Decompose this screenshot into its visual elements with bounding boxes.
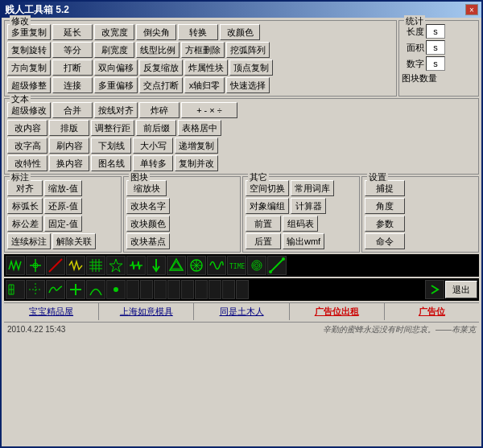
- footer-link-1[interactable]: 宝宝精品屋: [4, 303, 99, 320]
- btn-改块名字[interactable]: 改块名字: [126, 198, 170, 214]
- svg-line-3: [49, 259, 62, 272]
- wave-icon[interactable]: [6, 256, 25, 275]
- btn-后置[interactable]: 后置: [246, 233, 281, 249]
- pulse-icon[interactable]: [126, 256, 146, 275]
- btn-改内容[interactable]: 改内容: [7, 120, 47, 136]
- time-text-icon[interactable]: TIME: [227, 256, 246, 275]
- btn-转换[interactable]: 转换: [178, 24, 218, 40]
- line-diag-icon[interactable]: [267, 256, 287, 275]
- btn-图名线[interactable]: 图名线: [91, 155, 131, 171]
- footer-link-3[interactable]: 同是土木人: [194, 303, 289, 320]
- btn-改块颜色[interactable]: 改块颜色: [126, 216, 170, 232]
- btn-解除关联[interactable]: 解除关联: [52, 233, 96, 249]
- btn-参数[interactable]: 参数: [365, 216, 405, 232]
- footer-link-ad1[interactable]: 广告位出租: [290, 303, 385, 320]
- btn-改颜色[interactable]: 改颜色: [220, 24, 260, 40]
- btn-前置[interactable]: 前置: [246, 216, 281, 232]
- btn-多重偏移[interactable]: 多重偏移: [94, 77, 138, 93]
- btn-挖弧阵列[interactable]: 挖弧阵列: [226, 42, 270, 58]
- plus-icon[interactable]: [66, 280, 85, 299]
- btn-calc[interactable]: + - × ÷: [181, 102, 237, 118]
- dots-icon[interactable]: [26, 280, 45, 299]
- btn-线型比例[interactable]: 线型比例: [136, 42, 180, 58]
- exit-button[interactable]: 退出: [445, 281, 477, 298]
- btn-常用词库[interactable]: 常用词库: [291, 180, 334, 196]
- tj-input-area[interactable]: [426, 40, 445, 55]
- circle-star-icon[interactable]: [187, 256, 206, 275]
- branch-icon[interactable]: [26, 256, 45, 275]
- tj-row-3: 数字: [402, 56, 476, 71]
- footer-link-ad2[interactable]: 广告位: [385, 303, 479, 320]
- dot-icon[interactable]: [106, 280, 126, 299]
- btn-炸属性块[interactable]: 炸属性块: [184, 60, 228, 76]
- grid-icon[interactable]: [86, 256, 105, 275]
- btn-快速选择[interactable]: 快速选择: [226, 77, 270, 93]
- btn-改字高[interactable]: 改字高: [7, 138, 47, 154]
- btn-下划线[interactable]: 下划线: [91, 138, 131, 154]
- btn-合并[interactable]: 合并: [52, 102, 93, 118]
- btn-双向偏移[interactable]: 双向偏移: [94, 60, 138, 76]
- line-red-icon[interactable]: [46, 256, 65, 275]
- tj-input-number[interactable]: [426, 56, 445, 71]
- btn-方向复制[interactable]: 方向复制: [7, 60, 51, 76]
- btn-炸碎[interactable]: 炸碎: [139, 102, 180, 118]
- btn-x轴归零[interactable]: x轴归零: [184, 77, 225, 93]
- btn-计算器[interactable]: 计算器: [291, 198, 326, 214]
- main-window: 贱人工具箱 5.2 × 修改 多重复制 延长 改宽度 倒尖角 转换 改颜色 复制…: [0, 0, 483, 448]
- btn-缩放值[interactable]: 缩放-值: [44, 180, 82, 196]
- btn-排版[interactable]: 排版: [49, 120, 89, 136]
- btn-命令[interactable]: 命令: [365, 233, 405, 249]
- btn-组码表[interactable]: 组码表: [283, 216, 318, 232]
- btn-调整行距[interactable]: 调整行距: [91, 120, 134, 136]
- btn-固定值[interactable]: 固定-值: [44, 216, 82, 232]
- section-xg: 修改 多重复制 延长 改宽度 倒尖角 转换 改颜色 复制旋转 等分 刷宽度 线型…: [4, 20, 397, 97]
- arrow-down-icon[interactable]: [147, 256, 166, 275]
- curve-icon[interactable]: [86, 280, 105, 299]
- btn-刷宽度[interactable]: 刷宽度: [94, 42, 134, 58]
- tc-row-4: 改块基点: [126, 233, 237, 249]
- btn-复制旋转[interactable]: 复制旋转: [7, 42, 51, 58]
- btn-交点打断[interactable]: 交点打断: [139, 77, 183, 93]
- zigzag-icon[interactable]: [66, 256, 85, 275]
- btn-标公差[interactable]: 标公差: [7, 216, 43, 232]
- btn-前后缀[interactable]: 前后缀: [136, 120, 176, 136]
- btn-换内容[interactable]: 换内容: [49, 155, 89, 171]
- btn-方框删除[interactable]: 方框删除: [181, 42, 225, 58]
- tree-icon[interactable]: [167, 256, 186, 275]
- star-icon[interactable]: [106, 256, 126, 275]
- btn-连续标注[interactable]: 连续标注: [7, 233, 51, 249]
- spiral-icon[interactable]: [247, 256, 266, 275]
- btn-对象编组[interactable]: 对象编组: [246, 198, 289, 214]
- btn-角度[interactable]: 角度: [365, 198, 405, 214]
- btn-刷内容[interactable]: 刷内容: [49, 138, 89, 154]
- btn-改特性[interactable]: 改特性: [7, 155, 47, 171]
- btn-连接[interactable]: 连接: [52, 77, 93, 93]
- btn-等分[interactable]: 等分: [52, 42, 93, 58]
- btn-延长[interactable]: 延长: [52, 24, 93, 40]
- btn-递增复制[interactable]: 递增复制: [175, 138, 218, 154]
- xg-row-2: 复制旋转 等分 刷宽度 线型比例 方框删除 挖弧阵列: [7, 42, 394, 58]
- btn-打断[interactable]: 打断: [52, 60, 93, 76]
- footer-link-2[interactable]: 上海如意模具: [99, 303, 194, 320]
- arrow-right-icon[interactable]: [425, 280, 444, 299]
- btn-大小写[interactable]: 大小写: [133, 138, 173, 154]
- btn-还原值[interactable]: 还原-值: [44, 198, 82, 214]
- btn-改块基点[interactable]: 改块基点: [126, 233, 170, 249]
- btn-改宽度[interactable]: 改宽度: [94, 24, 134, 40]
- tj-label-area: 面积: [402, 42, 424, 54]
- wave2-icon[interactable]: [207, 256, 226, 275]
- btn-输出wmf[interactable]: 输出wmf: [283, 233, 324, 249]
- tj-input-length[interactable]: [426, 24, 445, 39]
- hatch-icon[interactable]: [6, 280, 25, 299]
- btn-顶点复制[interactable]: 顶点复制: [229, 60, 273, 76]
- btn-超级修整[interactable]: 超级修整: [7, 77, 51, 93]
- btn-复制并改[interactable]: 复制并改: [175, 155, 218, 171]
- wave3-icon[interactable]: [46, 280, 65, 299]
- btn-单转多[interactable]: 单转多: [133, 155, 173, 171]
- btn-倒尖角[interactable]: 倒尖角: [136, 24, 176, 40]
- btn-反复缩放[interactable]: 反复缩放: [139, 60, 183, 76]
- btn-表格居中[interactable]: 表格居中: [178, 120, 221, 136]
- close-button[interactable]: ×: [465, 4, 478, 15]
- btn-按线对齐[interactable]: 按线对齐: [94, 102, 138, 118]
- btn-标弧长[interactable]: 标弧长: [7, 198, 43, 214]
